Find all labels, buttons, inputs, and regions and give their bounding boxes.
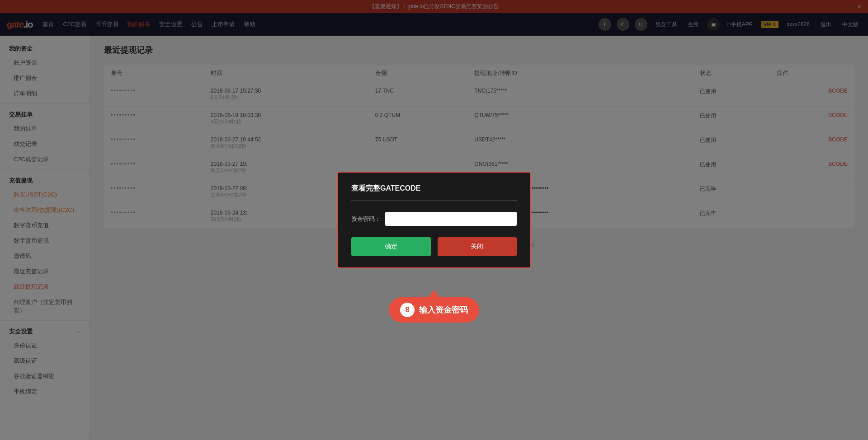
modal-title: 查看完整GATECODE <box>351 184 517 201</box>
modal-overlay: 查看完整GATECODE 资金密码： 确定 关闭 8 输入资金密码 <box>0 0 868 440</box>
callout-box: 8 输入资金密码 <box>389 297 479 323</box>
gatecode-modal: 查看完整GATECODE 资金密码： 确定 关闭 <box>337 172 531 268</box>
callout-text: 输入资金密码 <box>419 304 468 315</box>
callout-arrow-icon <box>429 290 439 297</box>
close-modal-button[interactable]: 关闭 <box>438 237 517 256</box>
callout-container: 8 输入资金密码 <box>389 290 479 323</box>
modal-buttons: 确定 关闭 <box>351 237 517 256</box>
modal-field: 资金密码： <box>351 212 517 226</box>
fund-password-input[interactable] <box>385 212 517 226</box>
modal-field-label: 资金密码： <box>351 215 381 223</box>
callout-number: 8 <box>400 303 415 317</box>
confirm-button[interactable]: 确定 <box>351 237 431 256</box>
